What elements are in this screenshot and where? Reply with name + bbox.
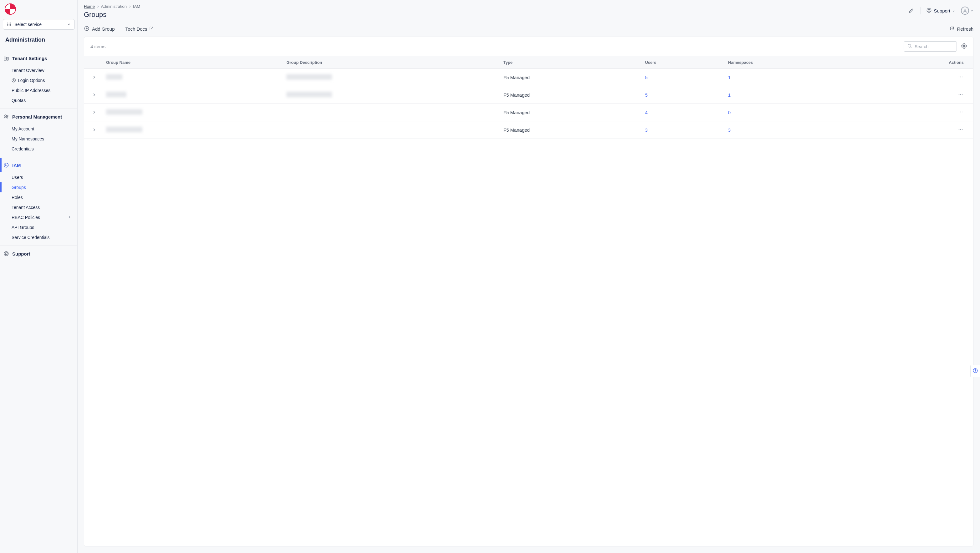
svg-point-41 (908, 44, 911, 47)
svg-point-32 (928, 10, 930, 11)
support-icon (926, 8, 932, 14)
svg-point-54 (960, 129, 961, 130)
namespaces-count-link[interactable]: 0 (728, 110, 730, 115)
col-type[interactable]: Type (498, 56, 640, 69)
expand-row-icon[interactable] (92, 75, 96, 79)
svg-point-22 (7, 115, 8, 117)
col-namespaces[interactable]: Namespaces (723, 56, 859, 69)
grid-icon (7, 22, 11, 27)
namespaces-count-link[interactable]: 1 (728, 92, 730, 98)
sidebar-item-users[interactable]: Users (0, 172, 77, 182)
divider (920, 7, 921, 14)
sidebar-item-my-namespaces[interactable]: My Namespaces (0, 134, 77, 144)
admin-title: Administration (3, 33, 75, 47)
breadcrumb: Home Administration IAM (84, 4, 140, 9)
nav-section-iam: IAM Users Groups Roles Tenant Access RBA… (0, 158, 77, 246)
table-row: F5 Managed33 (84, 121, 973, 139)
edit-icon[interactable] (908, 7, 915, 14)
expand-row-icon[interactable] (92, 128, 96, 132)
row-actions-menu[interactable] (958, 109, 964, 115)
support-icon (3, 251, 9, 256)
sidebar-item-groups[interactable]: Groups (0, 182, 77, 192)
table-card: 4 items (84, 37, 974, 547)
plus-circle-icon (84, 25, 89, 32)
search-input[interactable] (915, 44, 953, 49)
redacted-name (106, 74, 123, 80)
svg-point-55 (962, 129, 963, 130)
chevron-right-icon (129, 4, 131, 9)
row-actions-menu[interactable] (958, 126, 964, 133)
svg-point-20 (13, 79, 14, 81)
redacted-name (106, 92, 126, 97)
section-header-iam[interactable]: IAM (0, 158, 77, 172)
row-actions-menu[interactable] (958, 91, 964, 98)
search-box[interactable] (904, 41, 957, 52)
sidebar-item-api-groups[interactable]: API Groups (0, 222, 77, 232)
help-fab[interactable] (970, 365, 980, 377)
col-group-name[interactable]: Group Name (101, 56, 281, 69)
namespaces-count-link[interactable]: 1 (728, 75, 730, 80)
users-count-link[interactable]: 5 (645, 75, 648, 80)
redacted-name (106, 109, 142, 115)
service-selector[interactable]: Select service (3, 19, 75, 30)
svg-point-5 (10, 22, 11, 24)
svg-point-52 (962, 112, 963, 113)
table-row: F5 Managed51 (84, 86, 973, 104)
section-header-support[interactable]: Support (0, 246, 77, 261)
row-actions-menu[interactable] (958, 74, 964, 80)
key-icon (3, 162, 9, 168)
gear-icon[interactable] (961, 43, 967, 50)
svg-point-46 (962, 76, 963, 78)
svg-point-9 (7, 25, 8, 26)
redacted-description (286, 92, 332, 97)
svg-point-43 (963, 45, 965, 47)
sidebar-item-public-ips[interactable]: Public IP Addresses (0, 86, 77, 95)
sidebar-item-service-credentials[interactable]: Service Credentials (0, 232, 77, 242)
users-count-link[interactable]: 4 (645, 110, 648, 115)
sidebar-item-login-options[interactable]: Login Options (0, 75, 77, 86)
sidebar-item-rbac-policies[interactable]: RBAC Policies (0, 212, 77, 222)
section-header-personal[interactable]: Personal Management (0, 110, 77, 124)
sidebar-item-credentials[interactable]: Credentials (0, 144, 77, 154)
sidebar-item-quotas[interactable]: Quotas (0, 95, 77, 105)
col-users[interactable]: Users (640, 56, 723, 69)
expand-row-icon[interactable] (92, 93, 96, 97)
section-header-tenant-settings[interactable]: Tenant Settings (0, 51, 77, 65)
sidebar-item-tenant-access[interactable]: Tenant Access (0, 202, 77, 212)
support-label: Support (934, 8, 950, 13)
add-group-button[interactable]: Add Group (84, 25, 115, 32)
col-group-description[interactable]: Group Description (281, 56, 498, 69)
lock-icon (11, 78, 16, 83)
section-label: Support (12, 251, 30, 256)
user-menu[interactable] (961, 6, 974, 15)
chevron-down-icon (952, 8, 955, 13)
svg-line-42 (910, 47, 912, 48)
users-count-link[interactable]: 3 (645, 127, 648, 133)
refresh-button[interactable]: Refresh (949, 26, 974, 32)
svg-point-7 (9, 24, 10, 25)
namespaces-count-link[interactable]: 3 (728, 127, 730, 133)
page-header: Home Administration IAM Groups (78, 0, 980, 21)
logo: f 5 (5, 3, 16, 15)
breadcrumb-admin[interactable]: Administration (101, 4, 127, 9)
sidebar-item-my-account[interactable]: My Account (0, 124, 77, 134)
chevron-down-icon (67, 22, 71, 27)
svg-point-53 (959, 129, 960, 130)
sidebar-item-tenant-overview[interactable]: Tenant Overview (0, 65, 77, 75)
sidebar-item-roles[interactable]: Roles (0, 192, 77, 202)
svg-point-6 (7, 24, 8, 25)
breadcrumb-home[interactable]: Home (84, 4, 95, 9)
users-count-link[interactable]: 5 (645, 92, 648, 98)
cell-type: F5 Managed (498, 86, 640, 104)
toolbar: Add Group Tech Docs Refre (78, 21, 980, 37)
expand-row-icon[interactable] (92, 110, 96, 114)
refresh-label: Refresh (957, 26, 974, 32)
chevron-down-icon (970, 8, 974, 13)
sidebar: f 5 Select service (0, 0, 78, 553)
support-menu[interactable]: Support (926, 8, 955, 14)
table-row: F5 Managed51 (84, 69, 973, 86)
svg-point-48 (960, 94, 961, 95)
tech-docs-link[interactable]: Tech Docs (126, 26, 154, 32)
svg-point-51 (960, 112, 961, 113)
svg-point-47 (959, 94, 960, 95)
